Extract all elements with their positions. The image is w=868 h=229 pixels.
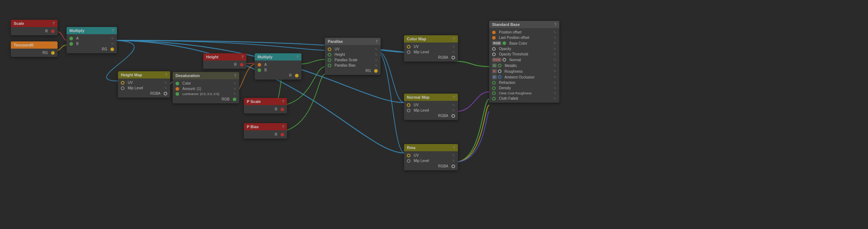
multiply1-label: Multiply xyxy=(69,28,85,33)
multiply2-socket-a[interactable] xyxy=(258,63,261,67)
parallax-socket-height[interactable] xyxy=(328,53,331,57)
color-map-socket-uv[interactable] xyxy=(407,45,410,49)
rma-socket-mip[interactable] xyxy=(407,159,410,163)
height-map-socket-rgba[interactable] xyxy=(164,92,167,95)
normal-map-socket-rgba[interactable] xyxy=(451,114,455,118)
parallax-uv: UV ✎ xyxy=(325,46,381,52)
scale-output-r: R xyxy=(11,28,58,34)
desaturation-node[interactable]: Desaturation ? Color ✎ Amount: (1) ✎ Lum… xyxy=(173,72,239,103)
rma-socket-rgba[interactable] xyxy=(451,165,455,168)
multiply2-node[interactable]: Multiply ? A B R xyxy=(255,53,301,80)
multiply2-socket-b[interactable] xyxy=(258,68,261,72)
color-map-socket-mip[interactable] xyxy=(407,50,410,54)
color-map-socket-rgba[interactable] xyxy=(451,56,455,59)
desaturation-socket-amount[interactable] xyxy=(176,87,179,91)
sb-base-color: RGB Base Color ✎ xyxy=(489,40,559,46)
height-map-node[interactable]: Height Map ? UV ✎ Mip Level ✎ RGBA xyxy=(118,71,170,98)
rma-socket-uv[interactable] xyxy=(407,154,410,157)
color-map-header: Color Map ? xyxy=(404,35,458,42)
color-map-node[interactable]: Color Map ? UV ✎ Mip Level ✎ RGBA xyxy=(404,35,458,62)
color-map-label: Color Map xyxy=(407,37,426,41)
sb-socket-lastpos[interactable] xyxy=(492,36,496,40)
texcoord0-socket-rg[interactable] xyxy=(51,51,55,55)
sb-rgb-badge-normal: RGB xyxy=(492,58,501,62)
normal-map-header: Normal Map ? xyxy=(404,94,458,101)
normal-map-socket-mip[interactable] xyxy=(407,109,410,112)
normal-map-output-rgba: RGBA xyxy=(404,113,458,118)
sb-badge-g: G xyxy=(492,63,497,68)
sb-socket-opacity[interactable] xyxy=(492,47,496,51)
normal-map-node[interactable]: Normal Map ? UV ✎ Mip Level ✎ RGBA xyxy=(404,94,458,120)
p-bias-header: P Bias ? xyxy=(244,123,287,130)
texcoord0-output-rg: RG xyxy=(11,50,58,55)
scale-header: Scale ? xyxy=(11,20,58,27)
p-bias-output-r: R xyxy=(244,132,287,137)
height-map-socket-uv[interactable] xyxy=(121,81,124,85)
height-label: Height xyxy=(206,55,218,59)
desaturation-socket-rgb[interactable] xyxy=(233,98,236,101)
sb-socket-metallic[interactable] xyxy=(498,64,501,67)
multiply2-header: Multiply ? xyxy=(255,53,301,60)
sb-socket-ao[interactable] xyxy=(498,75,501,79)
sb-last-position: Last Position offset ✎ xyxy=(489,35,559,40)
multiply2-label: Multiply xyxy=(258,55,273,59)
sb-socket-basecolor[interactable] xyxy=(503,41,506,45)
parallax-socket-scale[interactable] xyxy=(328,58,331,62)
desaturation-amount: Amount: (1) ✎ xyxy=(173,86,239,91)
scale-label: Scale xyxy=(14,21,24,26)
sb-socket-opacitythresh[interactable] xyxy=(492,53,496,56)
scale-socket-r[interactable] xyxy=(51,30,55,33)
parallax-output-rg: RG xyxy=(325,68,381,73)
multiply2-input-a: A xyxy=(255,62,301,67)
standard-base-node[interactable]: Standard Base ? Position offset ✎ Last P… xyxy=(489,21,559,103)
sb-refraction: Refraction ✎ xyxy=(489,80,559,85)
height-map-socket-mip[interactable] xyxy=(121,86,124,90)
sb-socket-pos[interactable] xyxy=(492,31,496,34)
p-scale-label: P Scale xyxy=(247,99,261,104)
desaturation-socket-color[interactable] xyxy=(176,82,179,85)
sb-socket-clearcoat[interactable] xyxy=(492,91,496,95)
sb-socket-refraction[interactable] xyxy=(492,81,496,85)
parallax-socket-uv[interactable] xyxy=(328,48,331,51)
sb-metallic: G Metallic ✎ xyxy=(489,63,559,68)
parallax-label: Parallax xyxy=(328,39,343,44)
height-map-label: Height Map xyxy=(121,73,142,77)
rma-uv: UV ✎ xyxy=(404,153,458,158)
p-bias-node[interactable]: P Bias ? R xyxy=(244,123,287,139)
parallax-height: Height ✎ xyxy=(325,52,381,57)
sb-rgb-badge-basecolor: RGB xyxy=(492,41,501,45)
parallax-header: Parallax ? xyxy=(325,38,381,45)
parallax-node[interactable]: Parallax ? UV ✎ Height ✎ Parallax Scale … xyxy=(325,38,381,75)
multiply1-socket-b[interactable] xyxy=(69,42,73,46)
height-socket-r[interactable] xyxy=(240,63,244,67)
normal-map-label: Normal Map xyxy=(407,95,430,99)
multiply1-node[interactable]: Multiply ? A ✎ B ✎ RG xyxy=(67,27,117,53)
multiply1-socket-a[interactable] xyxy=(69,37,73,40)
sb-socket-cloth[interactable] xyxy=(492,97,496,100)
desaturation-output-rgb: RGB xyxy=(173,96,239,102)
normal-map-socket-uv[interactable] xyxy=(407,103,410,107)
rma-node[interactable]: Rma ? UV ✎ Mip Level ✎ RGBA xyxy=(404,144,458,170)
multiply2-socket-r[interactable] xyxy=(295,74,299,77)
texcoord0-node[interactable]: Texcoord0 ? RG xyxy=(11,41,58,57)
sb-opacity-threshold: Opacity Threshold ✎ xyxy=(489,51,559,57)
sb-socket-density[interactable] xyxy=(492,86,496,90)
height-node[interactable]: Height ? R xyxy=(203,53,246,69)
parallax-socket-rg[interactable] xyxy=(374,69,378,73)
parallax-socket-bias[interactable] xyxy=(328,64,331,67)
scale-node[interactable]: Scale ? R xyxy=(11,20,58,35)
desaturation-color: Color ✎ xyxy=(173,81,239,86)
normal-map-mip: Mip Level ✎ xyxy=(404,108,458,113)
p-scale-node[interactable]: P Scale ? R xyxy=(244,98,287,113)
desaturation-socket-lum[interactable] xyxy=(176,92,179,96)
p-bias-socket-r[interactable] xyxy=(281,133,284,136)
height-map-mip: Mip Level ✎ xyxy=(118,85,170,91)
multiply1-socket-rg[interactable] xyxy=(110,48,114,51)
sb-badge-r: R xyxy=(492,69,497,73)
multiply2-input-b: B xyxy=(255,67,301,73)
multiply1-input-b: B ✎ xyxy=(67,41,117,46)
sb-socket-roughness[interactable] xyxy=(498,69,501,73)
sb-socket-normal[interactable] xyxy=(503,58,506,62)
p-scale-socket-r[interactable] xyxy=(281,108,284,111)
sb-badge-b: B xyxy=(492,75,497,79)
